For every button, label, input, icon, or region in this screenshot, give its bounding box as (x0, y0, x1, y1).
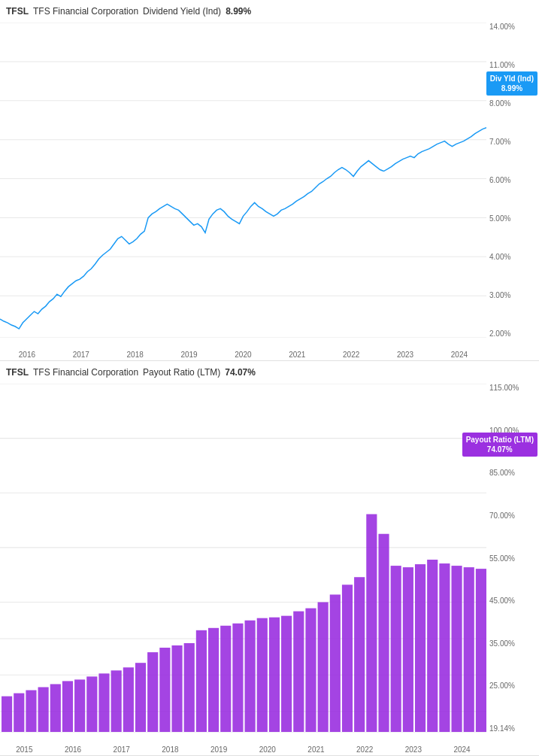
y-label-6: 5.00% (489, 214, 510, 223)
svg-rect-32 (171, 645, 182, 732)
top-x-2018: 2018 (127, 351, 144, 359)
top-legend-value: 8.99% (490, 83, 534, 93)
svg-rect-22 (50, 684, 61, 732)
top-legend-badge: Div Yld (Ind) 8.99% (486, 71, 537, 96)
top-company: TFS Financial Corporation (33, 6, 138, 17)
svg-rect-56 (464, 567, 474, 732)
top-x-2022: 2022 (343, 351, 359, 359)
bottom-chart-area (0, 384, 486, 733)
bottom-company: TFS Financial Corporation (33, 367, 138, 378)
svg-rect-42 (293, 612, 304, 732)
bottom-legend-value: 74.07% (466, 445, 534, 454)
top-ticker: TFSL (6, 6, 29, 17)
svg-rect-40 (269, 618, 280, 732)
top-chart-svg (0, 23, 486, 338)
svg-rect-52 (415, 564, 425, 732)
top-x-axis: 2016 2017 2018 2019 2020 2021 2022 2023 … (0, 351, 486, 359)
svg-rect-53 (427, 560, 438, 732)
bottom-legend-badge: Payout Ratio (LTM) 74.07% (462, 433, 537, 457)
top-chart-area (0, 23, 486, 338)
svg-rect-35 (208, 628, 219, 732)
top-x-2016: 2016 (19, 351, 35, 359)
bottom-x-2022: 2022 (356, 745, 373, 754)
svg-rect-23 (62, 681, 73, 732)
bottom-x-2018: 2018 (162, 745, 178, 754)
by-label-7: 35.00% (489, 639, 515, 648)
svg-rect-55 (451, 566, 462, 732)
y-label-9: 2.00% (489, 329, 510, 338)
svg-rect-28 (123, 667, 134, 732)
top-x-2023: 2023 (397, 351, 413, 359)
top-x-2021: 2021 (289, 351, 305, 359)
top-legend-label: Div Yld (Ind) (490, 74, 534, 83)
svg-rect-46 (342, 584, 353, 732)
y-label-1: 14.00% (489, 23, 515, 31)
svg-rect-25 (86, 676, 97, 732)
top-x-2024: 2024 (451, 351, 468, 359)
svg-rect-41 (281, 616, 292, 732)
y-label-7: 4.00% (489, 253, 510, 261)
top-chart-header: TFSL TFS Financial Corporation Dividend … (6, 6, 251, 17)
svg-rect-26 (98, 673, 109, 732)
bottom-chart-svg (0, 384, 486, 733)
y-label-2: 11.00% (489, 61, 515, 69)
bottom-x-2020: 2020 (259, 745, 276, 754)
svg-rect-33 (184, 643, 195, 732)
svg-rect-51 (403, 567, 413, 732)
svg-rect-43 (305, 609, 316, 732)
svg-rect-18 (2, 697, 12, 732)
svg-rect-27 (111, 670, 122, 732)
by-label-6: 45.00% (489, 597, 515, 605)
by-label-8: 25.00% (489, 682, 515, 690)
by-label-1: 115.00% (489, 384, 519, 392)
svg-rect-29 (135, 663, 146, 732)
svg-rect-44 (318, 603, 329, 732)
svg-rect-19 (14, 694, 24, 732)
top-y-axis: 14.00% 11.00% 8.00% 7.00% 6.00% 5.00% 4.… (486, 23, 539, 338)
svg-rect-48 (366, 514, 377, 731)
bottom-x-2023: 2023 (405, 745, 422, 754)
svg-rect-50 (391, 566, 401, 732)
svg-rect-21 (38, 687, 49, 732)
y-label-8: 3.00% (489, 291, 510, 299)
svg-rect-39 (257, 618, 268, 732)
svg-rect-34 (196, 630, 207, 732)
svg-rect-57 (476, 569, 486, 732)
top-x-2020: 2020 (235, 351, 251, 359)
bottom-metric: Payout Ratio (LTM) (143, 367, 220, 378)
main-container: TFSL TFS Financial Corporation Dividend … (0, 0, 539, 756)
svg-rect-38 (245, 621, 256, 732)
y-label-4: 7.00% (489, 138, 510, 146)
y-label-5: 6.00% (489, 176, 510, 184)
svg-rect-45 (330, 594, 341, 732)
bottom-x-2021: 2021 (307, 745, 324, 754)
bottom-legend-label: Payout Ratio (LTM) (466, 435, 534, 445)
bottom-x-2017: 2017 (114, 745, 130, 754)
svg-rect-30 (147, 652, 158, 732)
bottom-x-2019: 2019 (210, 745, 227, 754)
svg-rect-24 (74, 679, 85, 732)
svg-rect-20 (26, 691, 36, 732)
bottom-value: 74.07% (225, 367, 256, 378)
svg-rect-54 (439, 563, 450, 732)
by-label-5: 55.00% (489, 554, 515, 563)
svg-rect-37 (232, 624, 243, 732)
top-value: 8.99% (226, 6, 251, 17)
svg-rect-36 (220, 626, 231, 732)
bottom-x-2015: 2015 (16, 745, 32, 754)
top-metric: Dividend Yield (Ind) (143, 6, 221, 17)
by-label-3: 85.00% (489, 469, 515, 477)
by-label-9: 19.14% (489, 724, 515, 733)
top-x-2017: 2017 (73, 351, 89, 359)
bottom-x-2024: 2024 (453, 745, 470, 754)
top-x-2019: 2019 (180, 351, 197, 359)
payout-ratio-panel: TFSL TFS Financial Corporation Payout Ra… (0, 361, 539, 756)
svg-rect-49 (378, 534, 389, 732)
svg-rect-47 (354, 577, 365, 732)
y-label-3: 8.00% (489, 99, 510, 108)
bottom-x-2016: 2016 (65, 745, 81, 754)
dividend-yield-panel: TFSL TFS Financial Corporation Dividend … (0, 0, 539, 361)
svg-rect-31 (159, 648, 170, 732)
bottom-x-axis: 2015 2016 2017 2018 2019 2020 2021 2022 … (0, 745, 486, 754)
bottom-chart-header: TFSL TFS Financial Corporation Payout Ra… (6, 367, 256, 378)
